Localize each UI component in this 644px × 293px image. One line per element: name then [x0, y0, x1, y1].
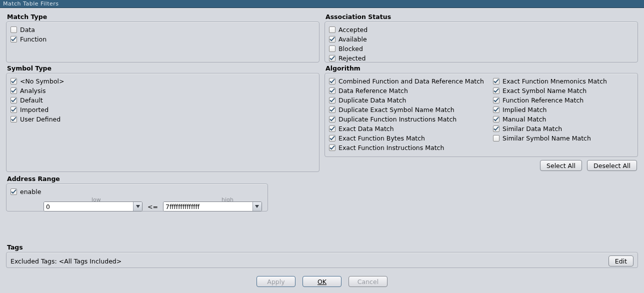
algorithm-checkbox[interactable]: [329, 144, 336, 151]
algorithm-group: Combined Function and Data Reference Mat…: [324, 73, 638, 157]
assoc-status-group: AcceptedAvailableBlockedRejected: [324, 22, 638, 62]
algorithm-item: Similar Symbol Name Match: [493, 134, 634, 143]
cancel-button[interactable]: Cancel: [348, 276, 388, 287]
algorithm-checkbox[interactable]: [493, 116, 500, 122]
algorithm-checkbox[interactable]: [329, 88, 336, 94]
algorithm-checkbox[interactable]: [329, 97, 336, 104]
algorithm-item: Exact Symbol Name Match: [493, 86, 634, 96]
tags-group: Excluded Tags: <All Tags Included> Edit: [6, 252, 638, 268]
algorithm-label: Manual Match: [502, 116, 546, 123]
content-area: Match Type DataFunction Symbol Type <No …: [0, 8, 644, 242]
ok-button[interactable]: OK: [302, 276, 342, 287]
symbolType-item: <No Symbol>: [10, 76, 315, 86]
address-range-enable-label: enable: [20, 188, 41, 196]
algorithm-item: Duplicate Data Match: [329, 96, 484, 105]
dialog-window: Match Table Filters Match Type DataFunct…: [0, 0, 644, 293]
algorithm-label: Implied Match: [502, 106, 546, 114]
algorithm-item: Duplicate Function Instructions Match: [329, 114, 484, 124]
footer-button-bar: Apply OK Cancel: [0, 268, 644, 293]
matchType-checkbox[interactable]: [10, 26, 17, 33]
assoc-status-title: Association Status: [324, 11, 638, 22]
algorithm-checkbox[interactable]: [329, 135, 336, 142]
algorithm-label: Exact Symbol Name Match: [502, 87, 586, 94]
algorithm-checkbox[interactable]: [493, 78, 500, 84]
assocStatus-item: Blocked: [329, 44, 634, 54]
algorithm-item: Exact Data Match: [329, 124, 484, 134]
address-range-group: enable low high <=: [6, 184, 268, 212]
algorithm-item: Function Reference Match: [493, 96, 634, 105]
symbolType-item: Default: [10, 96, 315, 105]
left-column: Match Type DataFunction Symbol Type <No …: [6, 11, 320, 242]
tags-title: Tags: [6, 242, 638, 252]
algorithm-item: Implied Match: [493, 105, 634, 114]
symbolType-checkbox[interactable]: [10, 97, 17, 104]
symbolType-checkbox[interactable]: [10, 88, 17, 94]
algorithm-checkbox[interactable]: [493, 97, 500, 104]
algorithm-checkbox[interactable]: [493, 106, 500, 113]
assocStatus-label: Accepted: [338, 26, 368, 34]
algorithm-item: Combined Function and Data Reference Mat…: [329, 76, 484, 86]
chevron-down-icon: [136, 205, 140, 208]
low-dropdown-button[interactable]: [133, 202, 142, 211]
algorithm-checkbox[interactable]: [493, 135, 500, 142]
symbolType-label: User Defined: [20, 116, 60, 123]
algorithm-label: Duplicate Exact Symbol Name Match: [338, 106, 454, 114]
algorithm-label: Exact Function Mnemonics Match: [502, 78, 607, 85]
high-combo: [163, 202, 262, 212]
algorithm-checkbox[interactable]: [329, 126, 336, 132]
select-all-button[interactable]: Select All: [540, 160, 582, 171]
assocStatus-checkbox[interactable]: [329, 26, 336, 33]
matchType-item: Function: [10, 34, 315, 44]
high-dropdown-button[interactable]: [252, 202, 262, 211]
symbolType-item: User Defined: [10, 114, 315, 124]
symbolType-checkbox[interactable]: [10, 78, 17, 84]
assocStatus-checkbox[interactable]: [329, 55, 336, 62]
assocStatus-item: Available: [329, 34, 634, 44]
range-operator: <=: [146, 203, 160, 210]
address-range-title: Address Range: [6, 173, 320, 184]
algorithm-label: Similar Symbol Name Match: [502, 134, 591, 142]
algorithm-button-row: Select All Deselect All: [324, 157, 638, 171]
assocStatus-checkbox[interactable]: [329, 46, 336, 52]
edit-tags-button[interactable]: Edit: [608, 256, 634, 266]
algorithm-checkbox[interactable]: [493, 126, 500, 132]
algorithm-label: Duplicate Data Match: [338, 96, 406, 104]
algorithm-label: Exact Function Instructions Match: [338, 144, 444, 152]
high-input[interactable]: [164, 202, 252, 211]
algorithm-checkbox[interactable]: [329, 78, 336, 84]
matchType-label: Data: [20, 26, 35, 34]
algorithm-col2: Exact Function Mnemonics MatchExact Symb…: [493, 76, 634, 152]
deselect-all-button[interactable]: Deselect All: [587, 160, 637, 171]
algorithm-item: Data Reference Match: [329, 86, 484, 96]
address-range-section: Address Range enable low high: [6, 173, 320, 212]
symbolType-label: <No Symbol>: [20, 78, 64, 85]
apply-button[interactable]: Apply: [256, 276, 296, 287]
address-range-enable-checkbox[interactable]: [10, 188, 17, 195]
tags-text: Excluded Tags: <All Tags Included>: [10, 258, 122, 265]
match-type-title: Match Type: [6, 11, 320, 22]
tags-section: Tags Excluded Tags: <All Tags Included> …: [0, 242, 644, 268]
right-column: Association Status AcceptedAvailableBloc…: [324, 11, 638, 242]
algorithm-item: Similar Data Match: [493, 124, 634, 134]
algorithm-checkbox[interactable]: [329, 106, 336, 113]
symbolType-checkbox[interactable]: [10, 116, 17, 122]
algorithm-checkbox[interactable]: [329, 116, 336, 122]
low-input[interactable]: [44, 202, 133, 211]
symbol-type-group: <No Symbol>AnalysisDefaultImportedUser D…: [6, 73, 320, 172]
symbolType-item: Analysis: [10, 86, 315, 96]
window-title: Match Table Filters: [3, 0, 58, 7]
assocStatus-item: Accepted: [329, 25, 634, 34]
symbolType-label: Analysis: [20, 87, 46, 94]
symbolType-checkbox[interactable]: [10, 106, 17, 113]
assocStatus-checkbox[interactable]: [329, 36, 336, 42]
algorithm-item: Exact Function Instructions Match: [329, 143, 484, 152]
algorithm-item: Exact Function Mnemonics Match: [493, 76, 634, 86]
match-type-group: DataFunction: [6, 22, 320, 62]
low-combo: [44, 202, 142, 212]
matchType-checkbox[interactable]: [10, 36, 17, 42]
algorithm-label: Exact Data Match: [338, 125, 394, 132]
algorithm-checkbox[interactable]: [493, 88, 500, 94]
matchType-label: Function: [20, 36, 46, 43]
address-range-enable-row: enable: [10, 187, 264, 196]
symbolType-label: Imported: [20, 106, 48, 114]
